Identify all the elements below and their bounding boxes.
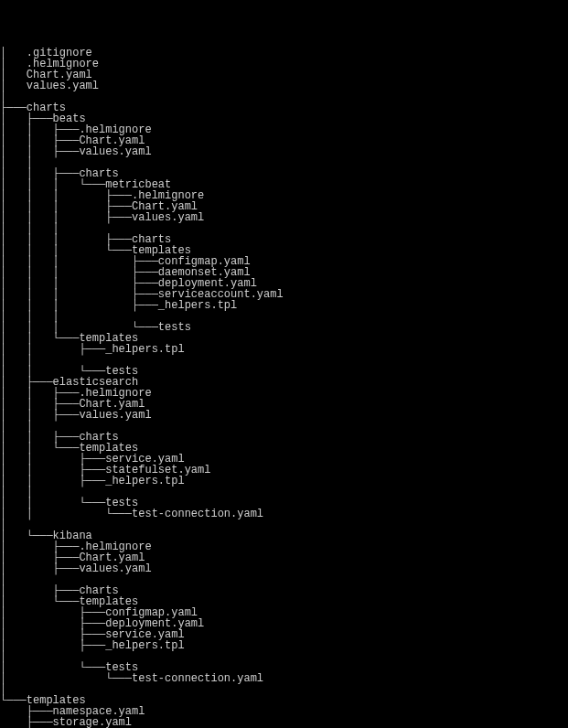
tree-line: │ │ └───test-connection.yaml	[0, 509, 568, 519]
tree-line: │ └───test-connection.yaml	[0, 673, 568, 684]
tree-line: │ ├───_helpers.tpl	[0, 640, 568, 651]
tree-line: ├───storage.yaml	[0, 717, 568, 728]
tree-line: │ ├───values.yaml	[0, 563, 568, 574]
tree-line: │ │ ├───values.yaml	[0, 146, 568, 157]
tree-line: │ │ ├───values.yaml	[0, 410, 568, 421]
tree-line: │ │ ├───_helpers.tpl	[0, 476, 568, 487]
tree-line: │ │ ├───_helpers.tpl	[0, 344, 568, 355]
tree-line: │ │ │ ├───_helpers.tpl	[0, 300, 568, 311]
file-tree: │ .gitignore│ .helmignore│ Chart.yaml│ v…	[0, 48, 568, 728]
tree-line: │ values.yaml	[0, 80, 568, 91]
tree-line: │ │ │ ├───values.yaml	[0, 212, 568, 223]
tree-line: │	[0, 91, 568, 102]
